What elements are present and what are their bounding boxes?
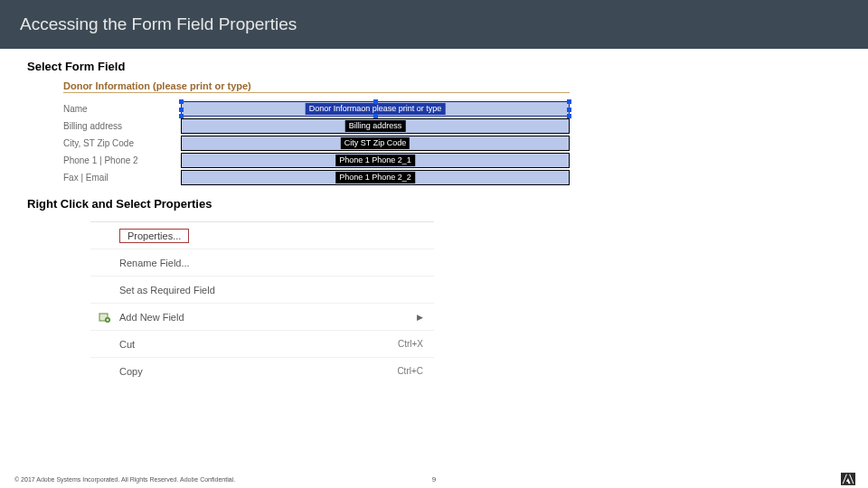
menu-label: Set as Required Field: [119, 285, 215, 296]
menu-label: Copy: [119, 366, 143, 377]
resize-handle[interactable]: [567, 99, 571, 104]
menu-label: Rename Field...: [119, 258, 190, 268]
footer: © 2017 Adobe Systems Incorporated. All R…: [0, 470, 868, 488]
menu-item-properties[interactable]: Properties...: [90, 222, 434, 249]
page-title: Accessing the Form Field Properties: [20, 14, 297, 34]
copyright: © 2017 Adobe Systems Incorporated. All R…: [14, 476, 235, 483]
field-tag: Billing address: [345, 120, 406, 132]
page-number: 9: [432, 475, 436, 483]
context-menu: Properties... Rename Field... Set as Req…: [90, 221, 434, 380]
field-tag: Phone 1 Phone 2_1: [335, 155, 415, 166]
form-field[interactable]: Billing address: [181, 118, 570, 134]
menu-item-copy[interactable]: Copy Ctrl+C: [90, 358, 434, 380]
form-field-selected[interactable]: Donor Informaon please print or type: [181, 101, 570, 117]
menu-item-add-field[interactable]: Add New Field ▶: [90, 304, 434, 331]
form-row: Fax | Email Phone 1 Phone 2_2: [63, 169, 570, 186]
step1-label: Select Form Field: [27, 60, 844, 74]
row-label: Fax | Email: [63, 173, 181, 183]
form-field[interactable]: City ST Zip Code: [181, 136, 570, 151]
row-label: Billing address: [63, 121, 181, 131]
resize-handle[interactable]: [179, 99, 184, 104]
form-row: City, ST Zip Code City ST Zip Code: [63, 135, 570, 152]
menu-shortcut: Ctrl+X: [398, 339, 423, 349]
panel-header: Donor Information (please print or type): [63, 80, 570, 93]
resize-handle[interactable]: [373, 99, 378, 104]
properties-highlight: Properties...: [119, 229, 189, 243]
submenu-arrow-icon: ▶: [417, 313, 423, 322]
row-label: City, ST Zip Code: [63, 138, 181, 148]
field-tag: Phone 1 Phone 2_2: [335, 172, 415, 183]
menu-item-required[interactable]: Set as Required Field: [90, 277, 434, 304]
add-field-icon: [99, 311, 111, 325]
resize-handle[interactable]: [567, 108, 571, 112]
slide-content: Select Form Field Donor Information (ple…: [0, 49, 868, 380]
title-bar: Accessing the Form Field Properties: [0, 0, 868, 49]
menu-shortcut: Ctrl+C: [397, 366, 423, 376]
adobe-logo-icon: [841, 472, 855, 486]
form-field[interactable]: Phone 1 Phone 2_1: [181, 153, 570, 168]
row-label: Name: [63, 104, 181, 114]
menu-item-rename[interactable]: Rename Field...: [90, 249, 434, 277]
row-label: Phone 1 | Phone 2: [63, 155, 181, 165]
menu-label: Add New Field: [119, 312, 184, 323]
form-row: Billing address Billing address: [63, 117, 570, 135]
form-row: Phone 1 | Phone 2 Phone 1 Phone 2_1: [63, 152, 570, 169]
menu-label: Cut: [119, 339, 135, 350]
menu-item-cut[interactable]: Cut Ctrl+X: [90, 331, 434, 358]
step2-label: Right Click and Select Properties: [27, 197, 844, 211]
panel-rows: Name Donor Informaon please print or typ…: [63, 100, 570, 186]
resize-handle[interactable]: [179, 108, 184, 112]
donor-info-panel: Donor Information (please print or type)…: [63, 80, 570, 186]
form-row: Name Donor Informaon please print or typ…: [63, 100, 570, 117]
field-tag: City ST Zip Code: [341, 137, 410, 149]
form-field[interactable]: Phone 1 Phone 2_2: [181, 170, 570, 185]
